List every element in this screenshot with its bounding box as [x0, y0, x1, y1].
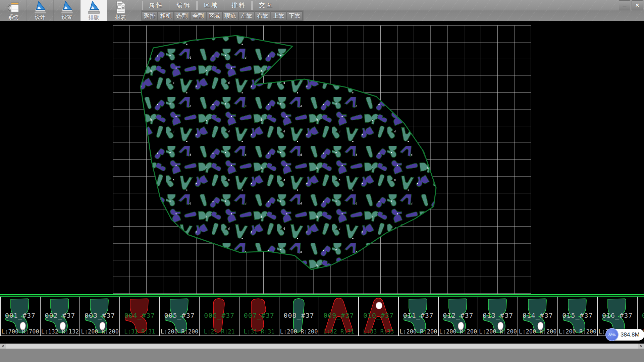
app-tab-label: 排版: [89, 14, 99, 20]
piece-lr-count: L:31 R:31: [239, 328, 279, 335]
tool-button-cut-all[interactable]: 全割: [190, 11, 206, 21]
menu-tab-interact[interactable]: 交互: [252, 1, 279, 10]
piece-thumbnail-012_#37[interactable]: 012_#37L:200 R:200: [439, 297, 479, 336]
piece-id-label: 011_#37: [399, 311, 438, 319]
menu-tab-region[interactable]: 区域: [197, 1, 224, 10]
tool-button-cluster-nest[interactable]: 聚排: [142, 11, 158, 21]
tool-button-snap-top[interactable]: 上靠: [271, 11, 286, 21]
tool-button-bar: 聚排相机选割全割区域瑕疵左靠右靠上靠下靠: [141, 10, 304, 21]
piece-id-label: 003_#37: [80, 311, 119, 319]
piece-id-label: 015_#37: [558, 311, 597, 319]
nesting-canvas[interactable]: dbd: [0, 21, 644, 294]
app-tab-report[interactable]: 报表: [107, 0, 134, 21]
app-tab-system[interactable]: 系统: [0, 0, 27, 21]
piece-id-label: 012_#37: [439, 311, 478, 319]
app-tab-label: 设计: [35, 14, 46, 20]
piece-thumbnail-013_#37[interactable]: 013_#37L:200 R:200: [478, 297, 518, 336]
tool-button-snap-right[interactable]: 右靠: [255, 11, 270, 21]
piece-lr-count: L:200 R:200: [518, 328, 557, 335]
piece-id-label: 017_#37: [638, 311, 644, 319]
piece-lr-count: L:200 R:200: [279, 328, 319, 335]
piece-id-label: 007_#37: [239, 311, 279, 319]
piece-lr-count: L:21 R:21: [200, 328, 239, 335]
piece-lr-count: L:132 R:132: [41, 328, 80, 335]
piece-thumbnail-009_#37[interactable]: 009_#37L:32 R:31: [319, 297, 359, 336]
piece-lr-count: L:200 R:200: [478, 328, 518, 335]
status-bar: [0, 349, 644, 362]
progress-percent: 38%: [608, 333, 615, 337]
piece-lr-count: L:32 R:31: [319, 328, 359, 335]
memory-status-chip[interactable]: 38% 384.8M: [606, 329, 644, 341]
ruler-icon: [60, 0, 74, 14]
piece-thumbnail-015_#37[interactable]: 015_#37L:200 R:200: [558, 297, 598, 336]
piece-thumbnail-008_#37[interactable]: 008_#37L:200 R:200: [279, 297, 319, 336]
piece-id-label: 001_#37: [1, 311, 40, 319]
memory-value: 384.8M: [621, 331, 640, 338]
menu-tab-bar: 属性编辑区域排料交互: [142, 1, 279, 10]
piece-id-label: 014_#37: [518, 311, 557, 319]
canvas-drawing: dbd: [0, 21, 644, 294]
gear-icon: [6, 0, 20, 14]
piece-id-label: 005_#37: [160, 311, 199, 319]
piece-lr-count: L:200 R:200: [80, 328, 119, 335]
piece-thumbnail-007_#37[interactable]: 007_#37L:31 R:31: [239, 297, 279, 336]
piece-thumbnail-002_#37[interactable]: 002_#37L:132 R:132: [41, 297, 80, 336]
piece-thumbnail-005_#37[interactable]: 005_#37L:200 R:200: [160, 297, 200, 336]
piece-id-label: 002_#37: [41, 311, 80, 319]
app-tab-design[interactable]: 设计: [27, 0, 54, 21]
piece-thumbnail-001_#37[interactable]: 001_#37L:700 R:700: [0, 297, 41, 336]
piece-thumbnail-014_#37[interactable]: 014_#37L:200 R:200: [518, 297, 558, 336]
piece-lr-count: L:200 R:200: [160, 328, 199, 335]
menu-tab-nest[interactable]: 排料: [225, 1, 252, 10]
tool-button-camera[interactable]: 相机: [158, 11, 174, 21]
menu-tab-edit[interactable]: 编辑: [170, 1, 197, 10]
scrollbar-left-button[interactable]: <: [0, 344, 6, 349]
piece-lr-count: L:33 R:33: [359, 328, 398, 335]
app-tab-nesting[interactable]: 排版: [80, 0, 107, 21]
piece-lr-count: L:700 R:700: [1, 328, 40, 335]
piece-thumbnail-strip: 001_#37L:700 R:700002_#37L:132 R:132003_…: [0, 294, 644, 337]
piece-lr-count: L:200 R:200: [439, 328, 478, 335]
piece-id-label: 008_#37: [279, 311, 319, 319]
piece-lr-count: L:200 R:200: [399, 328, 438, 335]
piece-thumbnail-004_#37[interactable]: 004_#37L:31 R:31: [120, 297, 160, 336]
piece-thumbnail-010_#37[interactable]: 010_#37L:33 R:33: [359, 297, 399, 336]
horizontal-scrollbar[interactable]: < >: [0, 344, 644, 349]
titlebar: 系统设计设置排版报表 属性编辑区域排料交互 聚排相机选割全割区域瑕疵左靠右靠上靠…: [0, 0, 644, 21]
strip-cells: 001_#37L:700 R:700002_#37L:132 R:132003_…: [0, 297, 644, 336]
piece-id-label: 016_#37: [598, 311, 637, 319]
app-tab-label: 系统: [8, 14, 19, 20]
app-tab-settings[interactable]: 设置: [54, 0, 80, 21]
piece-thumbnail-011_#37[interactable]: 011_#37L:200 R:200: [399, 297, 439, 336]
tool-button-snap-bottom[interactable]: 下靠: [287, 11, 303, 21]
close-button[interactable]: ✕: [632, 0, 643, 10]
progress-percent-badge: 38%: [605, 328, 619, 341]
tool-button-defect[interactable]: 瑕疵: [222, 11, 238, 21]
piece-lr-count: L:31 R:31: [120, 328, 159, 335]
app-icon-bar: 系统设计设置排版报表: [0, 0, 134, 21]
app-tab-label: 设置: [62, 14, 72, 20]
piece-id-label: 004_#37: [120, 311, 159, 319]
piece-id-label: 009_#37: [319, 311, 359, 319]
tool-button-region[interactable]: 区域: [206, 11, 222, 21]
leather-hide[interactable]: [141, 36, 436, 269]
scrollbar-right-button[interactable]: >: [638, 344, 644, 349]
piece-thumbnail-006_#37[interactable]: 006_#37L:21 R:21: [200, 297, 239, 336]
strip-top-border: [0, 294, 644, 297]
tool-button-snap-left[interactable]: 左靠: [238, 11, 254, 21]
minimize-button[interactable]: ─: [619, 0, 630, 10]
piece-id-label: 013_#37: [478, 311, 518, 319]
app-tab-label: 报表: [115, 14, 126, 20]
tool-button-select-cut[interactable]: 选割: [174, 11, 190, 21]
window-controls: ─ ✕: [619, 0, 643, 10]
piece-thumbnail-003_#37[interactable]: 003_#37L:200 R:200: [80, 297, 120, 336]
report-icon: [114, 0, 128, 14]
piece-id-label: 006_#37: [200, 311, 239, 319]
piece-lr-count: L:200 R:200: [558, 328, 597, 335]
ruler-icon: [87, 0, 101, 14]
piece-id-label: 010_#37: [359, 311, 398, 319]
ruler-icon: [33, 0, 47, 14]
menu-tab-properties[interactable]: 属性: [142, 1, 169, 10]
